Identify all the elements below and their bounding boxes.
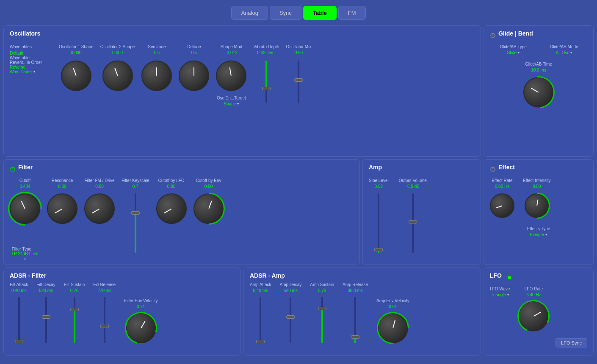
- effect-rate-knob[interactable]: [490, 193, 514, 218]
- output-volume-thumb[interactable]: [409, 220, 417, 223]
- amp-decay-thumb[interactable]: [286, 315, 295, 319]
- keyscale-label: Filter Keyscale: [122, 178, 149, 183]
- filt-decay-slider[interactable]: [45, 297, 47, 343]
- output-volume-slider[interactable]: [412, 193, 414, 253]
- effect-rate-label: Effect Rate: [492, 178, 512, 183]
- filt-sustain-slider[interactable]: [74, 297, 75, 343]
- keyscale-slider[interactable]: [135, 193, 136, 253]
- effects-type-dropdown[interactable]: Flanger ▾: [530, 232, 547, 237]
- amp-attack-thumb[interactable]: [256, 340, 265, 343]
- amp-sustain-slider[interactable]: [321, 297, 323, 343]
- filt-sustain-label: Filt Sustain: [64, 282, 85, 287]
- amp-attack-slider[interactable]: [260, 297, 261, 343]
- vibrato-slider-thumb[interactable]: [262, 87, 271, 90]
- wavetable-option[interactable]: Wavetable: [10, 55, 52, 60]
- cutoff-group: Cutoff 0.484 Filter Type LP 24dB Lush ▾: [10, 178, 40, 261]
- lfo-sync-button[interactable]: LFO Sync: [556, 338, 587, 347]
- sine-slider-thumb[interactable]: [374, 248, 383, 251]
- filt-attack-slider[interactable]: [18, 297, 20, 343]
- osc-mix-slider-thumb[interactable]: [294, 78, 303, 82]
- output-volume-value: -6.5 dB: [406, 184, 420, 189]
- osc1-shape-value: 0.000: [71, 50, 81, 55]
- fm-drive-label: Filter FM / Drive: [84, 178, 114, 183]
- resonance-knob[interactable]: [47, 193, 77, 224]
- osc-env-dropdown[interactable]: Shape ▾: [224, 102, 239, 106]
- reverse-value[interactable]: Reverse: [10, 65, 52, 69]
- osc-mix-label: Oscillator Mix: [286, 44, 311, 49]
- shape-mod-knob[interactable]: [216, 61, 246, 91]
- amp-decay-value: 520 ms: [284, 288, 298, 293]
- shape-mod-value: -0.012: [225, 50, 237, 55]
- filt-sustain-thumb[interactable]: [70, 308, 79, 311]
- filt-release-group: Filt Release 270 ms: [93, 282, 116, 343]
- sine-level-slider[interactable]: [378, 193, 379, 253]
- amp-sustain-value: 0.78: [318, 288, 326, 293]
- tab-fm[interactable]: FM: [338, 6, 366, 20]
- fm-drive-knob[interactable]: [84, 193, 115, 224]
- osc2-shape-label: Oscillator 2 Shape: [100, 44, 135, 49]
- effects-type-group: Effects Type Flanger ▾: [490, 226, 587, 237]
- lfo-rate-knob[interactable]: [518, 301, 549, 331]
- filt-release-thumb[interactable]: [100, 325, 109, 328]
- shape-mod-group: Shape Mod -0.012 Osc En...Target Shape ▾: [216, 44, 246, 106]
- detune-knob[interactable]: [179, 61, 209, 91]
- lfo-wave-dropdown[interactable]: Triangle ▾: [491, 292, 509, 297]
- glide-mode-group: Glide/AB Mode All Osc ▾: [541, 44, 587, 55]
- cutoff-lfo-knob[interactable]: [156, 193, 187, 224]
- filt-velocity-knob[interactable]: [126, 313, 156, 343]
- filter-panel: Filter Cutoff 0.484 Filter Type: [3, 159, 360, 265]
- tab-analog[interactable]: Analog: [231, 6, 268, 20]
- amp-attack-value: 0.40 ms: [253, 288, 268, 293]
- amp-title: Amp: [369, 164, 382, 171]
- cutoff-knob[interactable]: [10, 193, 40, 224]
- effect-intensity-value: 0.50: [533, 184, 541, 189]
- amp-sustain-label: Amp Sustain: [310, 282, 334, 287]
- glide-mode-dropdown[interactable]: All Osc ▾: [556, 50, 572, 55]
- amp-decay-slider[interactable]: [290, 297, 291, 343]
- amp-sustain-thumb[interactable]: [318, 307, 326, 310]
- osc1-shape-knob[interactable]: [61, 61, 91, 91]
- resonance-label: Resonance: [52, 178, 73, 183]
- tab-table[interactable]: Table: [303, 6, 337, 20]
- filter-power-icon[interactable]: [10, 166, 16, 172]
- amp-release-value: 38.0 ms: [348, 288, 363, 293]
- adsr-filter-panel: ADSR - Filter Filt Attack 0.40 ms Filt D…: [3, 267, 241, 356]
- glide-time-knob[interactable]: [523, 77, 554, 108]
- fm-drive-group: Filter FM / Drive 0.00: [84, 178, 115, 224]
- filter-type-dropdown[interactable]: LP 24dB Lush ▾: [12, 251, 39, 261]
- cutoff-env-knob[interactable]: [193, 193, 224, 224]
- wavetable-default[interactable]: Default: [10, 51, 52, 55]
- cutoff-value: 0.484: [19, 184, 30, 189]
- output-volume-label: Output Volume: [399, 178, 427, 183]
- effect-intensity-knob[interactable]: [525, 193, 549, 218]
- keyscale-thumb[interactable]: [131, 211, 140, 215]
- filt-release-slider[interactable]: [104, 297, 105, 343]
- amp-velocity-value: 0.61: [389, 304, 397, 309]
- amp-release-slider[interactable]: [354, 297, 356, 343]
- lfo-title: LFO: [490, 272, 502, 279]
- osc1-shape-group: Oscillator 1 Shape 0.000: [59, 44, 94, 91]
- osc2-shape-knob[interactable]: [102, 61, 133, 91]
- detune-group: Detune 0 c: [179, 44, 209, 91]
- amp-release-label: Amp Release: [343, 282, 368, 287]
- osc2-shape-value: 0.000: [112, 50, 123, 55]
- osc-mix-group: Oscillator Mix 0.50: [286, 44, 311, 128]
- glide-type-dropdown[interactable]: Glide ▾: [507, 50, 520, 55]
- filt-decay-group: Filt Decay 520 ms: [36, 282, 55, 343]
- effect-panel: Effect Effect Rate 0.05 Hz Effect Intens…: [484, 159, 594, 265]
- filt-attack-thumb[interactable]: [15, 340, 23, 343]
- filt-attack-value: 0.40 ms: [11, 288, 27, 293]
- vibrato-depth-value: 0.62 semi: [257, 50, 275, 55]
- filt-decay-thumb[interactable]: [42, 315, 50, 319]
- fm-drive-value: 0.00: [95, 184, 103, 189]
- power-icon[interactable]: [490, 33, 496, 39]
- tab-sync[interactable]: Sync: [270, 6, 301, 20]
- amp-release-thumb[interactable]: [351, 335, 359, 339]
- effect-power-icon[interactable]: [490, 166, 496, 172]
- lfo-rate-group: LFO Rate 6.40 Hz: [518, 287, 549, 331]
- amp-attack-group: Amp Attack 0.40 ms: [250, 282, 271, 343]
- wav-order-dropdown[interactable]: Wav...Order ▾: [10, 69, 52, 74]
- semitone-label: Semitone: [148, 44, 166, 49]
- amp-velocity-knob[interactable]: [378, 313, 408, 343]
- semitone-knob[interactable]: [141, 61, 172, 91]
